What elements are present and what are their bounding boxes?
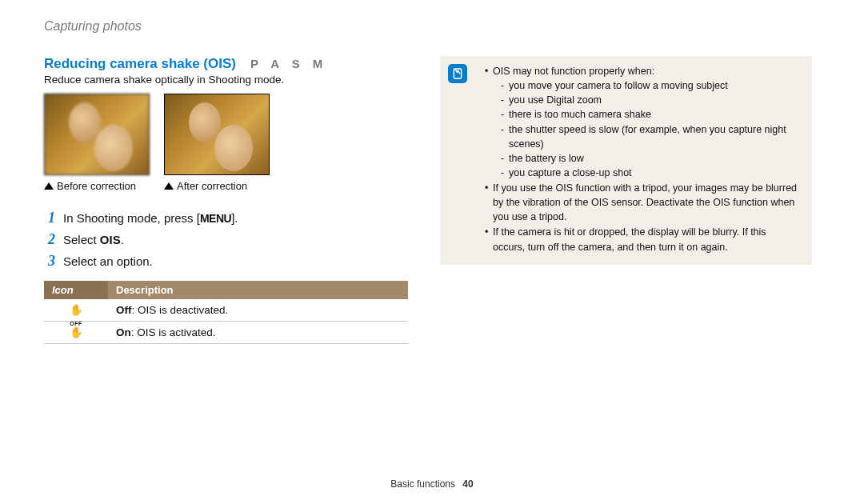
steps-list: 1 In Shooting mode, press [MENU]. 2 Sele… bbox=[44, 210, 408, 270]
ois-on-icon: ✋ bbox=[44, 322, 108, 344]
mode-badges: P A S M bbox=[250, 57, 327, 70]
note-icon bbox=[448, 64, 467, 83]
caption-marker-icon bbox=[164, 182, 174, 190]
footer: Basic functions 40 bbox=[0, 478, 864, 490]
step-number: 3 bbox=[44, 253, 55, 270]
table-header-desc: Description bbox=[108, 281, 408, 299]
after-label: After correction bbox=[177, 180, 247, 192]
footer-section: Basic functions bbox=[390, 478, 455, 490]
note-subitem: you move your camera to follow a moving … bbox=[501, 78, 801, 93]
step-text-post: ]. bbox=[231, 211, 238, 225]
table-desc: On: OIS is activated. bbox=[108, 322, 408, 344]
step-text: In Shooting mode, press [ bbox=[63, 211, 200, 225]
before-correction-image bbox=[44, 94, 150, 175]
table-desc: Off: OIS is deactivated. bbox=[108, 299, 408, 322]
table-row: ✋ On: OIS is activated. bbox=[44, 322, 408, 344]
section-lead: Reduce camera shake optically in Shootin… bbox=[44, 74, 408, 86]
comparison-images: Before correction After correction bbox=[44, 94, 408, 192]
page-number: 40 bbox=[462, 478, 473, 490]
step-3: 3 Select an option. bbox=[44, 253, 408, 270]
options-table: Icon Description ✋OFF Off: OIS is deacti… bbox=[44, 281, 408, 344]
breadcrumb: Capturing photos bbox=[44, 19, 820, 34]
note-box: OIS may not function properly when: you … bbox=[440, 56, 812, 265]
before-label: Before correction bbox=[57, 180, 136, 192]
note-subitem: there is too much camera shake bbox=[501, 107, 801, 122]
caption-marker-icon bbox=[44, 182, 54, 190]
table-header-icon: Icon bbox=[44, 281, 108, 299]
step-bold: OIS bbox=[100, 233, 121, 246]
note-subitem: the shutter speed is slow (for example, … bbox=[501, 122, 801, 151]
table-row: ✋OFF Off: OIS is deactivated. bbox=[44, 299, 408, 322]
note-intro: OIS may not function properly when: bbox=[493, 66, 654, 77]
ois-off-icon: ✋OFF bbox=[44, 299, 108, 322]
note-item: OIS may not function properly when: you … bbox=[485, 64, 801, 180]
left-column: Reducing camera shake (OIS) P A S M Redu… bbox=[44, 56, 408, 344]
note-item: If you use the OIS function with a tripo… bbox=[485, 181, 801, 224]
after-caption: After correction bbox=[164, 180, 268, 192]
step-number: 1 bbox=[44, 210, 55, 226]
note-subitem: you use Digital zoom bbox=[501, 93, 801, 107]
note-subitem: you capture a close-up shot bbox=[501, 166, 801, 180]
step-text: Select an option. bbox=[63, 254, 153, 268]
step-text: Select bbox=[63, 233, 100, 246]
right-column: OIS may not function properly when: you … bbox=[440, 56, 812, 344]
before-caption: Before correction bbox=[44, 180, 148, 192]
step-1: 1 In Shooting mode, press [MENU]. bbox=[44, 210, 408, 226]
step-number: 2 bbox=[44, 231, 55, 248]
menu-button-label: MENU bbox=[200, 212, 231, 225]
note-item: If the camera is hit or dropped, the dis… bbox=[485, 225, 801, 254]
section-title: Reducing camera shake (OIS) bbox=[44, 56, 236, 72]
step-2: 2 Select OIS. bbox=[44, 231, 408, 248]
step-text-post: . bbox=[121, 233, 124, 246]
after-correction-image bbox=[164, 94, 270, 175]
note-subitem: the battery is low bbox=[501, 151, 801, 166]
